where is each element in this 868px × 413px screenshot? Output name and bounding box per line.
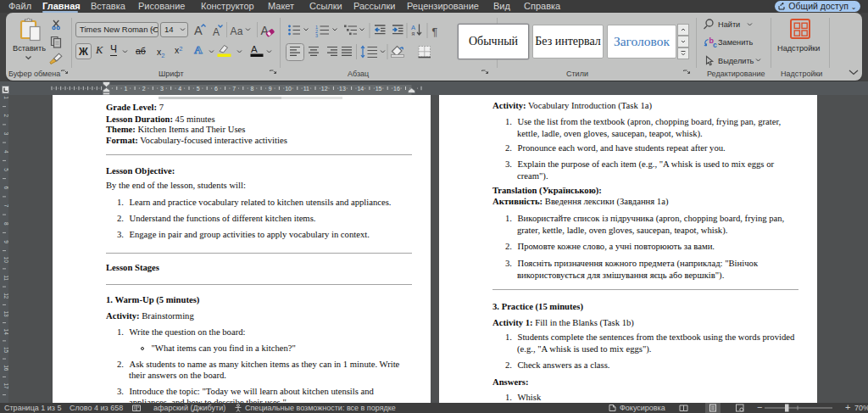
svg-text:3: 3 [315, 33, 318, 38]
svg-text:5: 5 [3, 168, 8, 171]
svg-text:1: 1 [3, 96, 8, 99]
svg-text:2: 2 [3, 114, 8, 117]
svg-text:15: 15 [3, 347, 8, 354]
svg-text:c: c [713, 41, 717, 49]
svg-text:9: 9 [3, 240, 8, 243]
svg-text:12: 12 [3, 293, 8, 299]
svg-text:я: я [412, 31, 415, 36]
svg-text:13: 13 [3, 310, 8, 317]
svg-text:3: 3 [3, 132, 8, 136]
svg-text:7: 7 [3, 204, 8, 208]
svg-text:11: 11 [3, 275, 8, 281]
svg-text:16: 16 [3, 365, 8, 371]
svg-text:8: 8 [3, 222, 8, 226]
svg-text:10: 10 [3, 257, 8, 264]
svg-text:¶: ¶ [432, 26, 438, 38]
svg-text:4: 4 [3, 150, 8, 153]
svg-text:17: 17 [3, 382, 8, 389]
svg-text:14: 14 [3, 329, 8, 336]
svg-text:6: 6 [3, 186, 8, 189]
